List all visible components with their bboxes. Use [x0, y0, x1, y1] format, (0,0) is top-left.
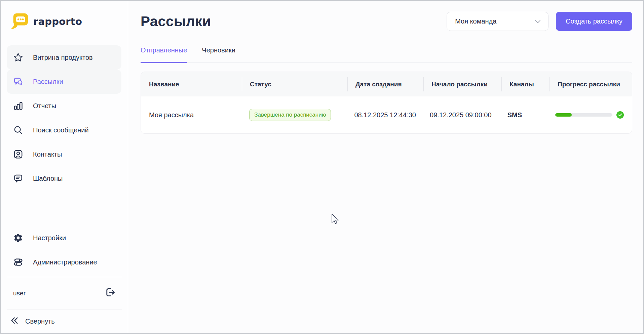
- check-circle-icon: [616, 111, 624, 119]
- sidebar-item-showcase[interactable]: Витрина продуктов: [7, 45, 121, 70]
- main-content: Рассылки Моя команда Создать рассылку От…: [128, 1, 643, 333]
- table-row[interactable]: Моя рассылка Завершена по расписанию 08.…: [141, 96, 632, 133]
- column-header-start: Начало рассылки: [423, 81, 501, 88]
- header-controls: Моя команда Создать рассылку: [447, 12, 632, 31]
- sidebar-spacer: [1, 191, 128, 226]
- sidebar-item-templates[interactable]: Шаблоны: [7, 166, 121, 191]
- logout-icon[interactable]: [104, 287, 116, 300]
- user-row: user: [1, 277, 128, 309]
- star-icon: [13, 52, 23, 62]
- cell-started-at: 09.12.2025 09:00:00: [422, 111, 499, 119]
- table-header-row: Название Статус Дата создания Начало рас…: [141, 72, 632, 96]
- sidebar-item-label: Контакты: [33, 151, 62, 158]
- user-name: user: [13, 290, 26, 297]
- cell-channels: SMS: [499, 111, 547, 119]
- tab-sent[interactable]: Отправленные: [141, 46, 187, 63]
- column-header-progress: Прогресс рассылки: [550, 81, 632, 88]
- tabs-bar: Отправленные Черновики: [141, 46, 632, 63]
- contact-card-icon: [13, 149, 23, 159]
- brand-name: rapporto: [33, 16, 82, 27]
- chat-bubbles-icon: [13, 77, 23, 87]
- column-header-name: Название: [141, 81, 242, 88]
- tab-drafts[interactable]: Черновики: [202, 46, 235, 63]
- mailings-table: Название Статус Дата создания Начало рас…: [141, 72, 632, 134]
- collapse-label: Свернуть: [25, 318, 55, 325]
- collapse-sidebar-button[interactable]: Свернуть: [1, 309, 128, 333]
- double-chevron-left-icon: [10, 316, 19, 327]
- cell-mailing-name: Моя рассылка: [141, 111, 241, 119]
- team-selector-value: Моя команда: [455, 17, 496, 25]
- cell-created-at: 08.12.2025 12:44:30: [346, 111, 422, 119]
- sidebar-item-reports[interactable]: Отчеты: [7, 94, 121, 118]
- cell-status: Завершена по расписанию: [241, 109, 346, 121]
- sidebar-item-label: Поиск сообщений: [33, 126, 89, 134]
- search-icon: [13, 125, 23, 135]
- message-template-icon: [13, 173, 23, 183]
- toggles-icon: [13, 257, 23, 267]
- sidebar-item-administration[interactable]: Администрирование: [7, 250, 121, 274]
- sidebar-item-label: Витрина продуктов: [33, 54, 93, 61]
- progress-bar-track: [555, 113, 612, 117]
- sidebar-item-message-search[interactable]: Поиск сообщений: [7, 118, 121, 142]
- sidebar-nav: Витрина продуктов Рассылки: [1, 45, 128, 191]
- sidebar-item-label: Шаблоны: [33, 175, 63, 182]
- sidebar-item-label: Настройки: [33, 234, 66, 242]
- tabs-underline: [141, 62, 632, 63]
- column-header-status: Статус: [242, 81, 347, 88]
- sidebar-item-label: Администрирование: [33, 258, 97, 266]
- page-header: Рассылки Моя команда Создать рассылку: [141, 12, 632, 31]
- page-title: Рассылки: [141, 13, 211, 30]
- create-mailing-button[interactable]: Создать рассылку: [556, 12, 632, 31]
- sidebar: rapporto Витрина продуктов Рассылки: [1, 1, 128, 333]
- chevron-down-icon: [535, 17, 541, 25]
- brand-logo: rapporto: [9, 11, 128, 32]
- sidebar-item-mailings[interactable]: Рассылки: [7, 70, 121, 94]
- column-header-channels: Каналы: [501, 81, 550, 88]
- sidebar-item-label: Отчеты: [33, 102, 56, 110]
- sidebar-bottom-nav: Настройки Администрирование: [1, 226, 128, 274]
- progress-bar-fill: [555, 113, 572, 117]
- cell-progress: [547, 111, 632, 119]
- team-selector-dropdown[interactable]: Моя команда: [447, 12, 548, 31]
- sidebar-item-contacts[interactable]: Контакты: [7, 142, 121, 166]
- column-header-created: Дата создания: [347, 81, 423, 88]
- status-badge: Завершена по расписанию: [249, 109, 331, 121]
- gear-icon: [13, 233, 23, 243]
- bar-chart-icon: [13, 101, 23, 111]
- sidebar-item-label: Рассылки: [33, 78, 63, 86]
- rapporto-chat-logo-icon: [9, 12, 29, 31]
- sidebar-item-settings[interactable]: Настройки: [7, 226, 121, 250]
